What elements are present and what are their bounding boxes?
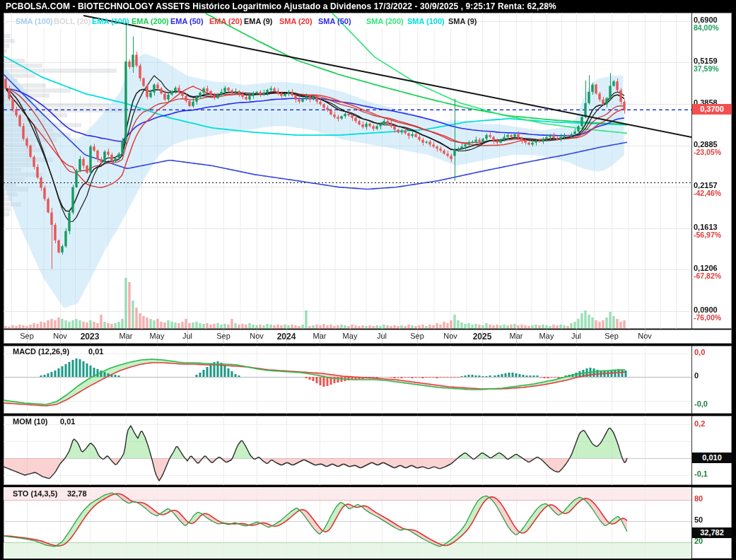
x-axis-label: Sep: [403, 332, 431, 340]
x-axis-label: Mar: [112, 332, 140, 340]
price-axis-label: 0,515937,59%: [694, 57, 719, 73]
price-change-pct: 84,00%: [694, 24, 719, 32]
x-axis-label: Nov: [243, 332, 271, 340]
legend-item-ema-200-[interactable]: EMA (200): [132, 17, 169, 25]
legend-item-sma-100-[interactable]: SMA (100): [16, 17, 53, 25]
x-axis-label: Mar: [305, 332, 334, 340]
sto-panel-value: 32,78: [67, 489, 87, 498]
price-axis-label: 0,0900-76,00%: [694, 306, 721, 322]
price-change-pct: -42,46%: [694, 189, 721, 197]
x-axis-label: Nov: [46, 332, 74, 340]
x-axis-label: 2025: [468, 332, 496, 342]
legend-item-ema-9-[interactable]: EMA (9): [244, 17, 273, 25]
legend-item-sma-100-[interactable]: SMA (100): [407, 17, 445, 25]
x-axis-label: May: [336, 332, 364, 340]
x-axis-label: Mar: [502, 332, 530, 340]
price-axis-label: 0,2157-42,46%: [694, 182, 721, 197]
x-axis-label: 2024: [272, 332, 300, 342]
macd-axis-label: 0,0: [694, 348, 705, 356]
price-change-pct: -56,97%: [694, 231, 721, 239]
legend-item-sma-20-[interactable]: SMA (20): [279, 17, 312, 25]
legend-item-sma-9-[interactable]: SMA (9): [448, 17, 477, 25]
price-value: 0,1613: [694, 223, 721, 231]
legend-item-ema-50-[interactable]: EMA (50): [170, 17, 204, 25]
page-title: PCBOLSA.COM - BIOTECHNOLOGY ASSETS Histó…: [6, 1, 556, 11]
x-axis-label: Sep: [209, 332, 238, 340]
sto-value-box: 32,782: [692, 527, 732, 538]
x-axis-label: Jul: [562, 332, 590, 340]
x-axis-label: Nov: [631, 332, 659, 340]
macd-panel-value: 0,01: [88, 347, 103, 356]
x-axis-label: 2023: [76, 332, 104, 342]
legend-item-boll-20-[interactable]: BOLL (20): [54, 17, 90, 25]
price-change-pct: -67,82%: [694, 272, 721, 280]
macd-axis-label: 0: [694, 371, 699, 380]
price-axis-label: 0,1613-56,97%: [694, 223, 721, 239]
x-axis-label: Jul: [368, 332, 396, 340]
mom-panel-value: 0,01: [60, 417, 75, 426]
price-axis-label: 0,690084,00%: [694, 16, 719, 32]
price-value: 0,2885: [694, 141, 721, 148]
legend-item-ema-100-[interactable]: EMA (100): [92, 17, 129, 25]
sto-panel-label: STO (14,3,5): [13, 489, 57, 498]
price-change-pct: -23,05%: [694, 148, 721, 156]
price-axis-label: 0,2885-23,05%: [694, 141, 721, 156]
x-axis-label: May: [143, 332, 171, 340]
x-axis-label: Sep: [597, 332, 626, 340]
last-price-box: 0,3700: [692, 104, 732, 115]
price-change-pct: 37,59%: [694, 65, 719, 73]
mom-axis-label: 0,2: [694, 419, 705, 428]
price-change-pct: -76,00%: [694, 314, 721, 322]
mom-panel-label: MOM (10): [13, 417, 48, 426]
x-axis-label: Jul: [173, 332, 201, 340]
macd-axis-label: -0,0: [694, 399, 708, 408]
x-axis-label: May: [532, 332, 561, 340]
mom-value-box: 0,010: [692, 453, 732, 463]
sto-axis-label: 50: [694, 515, 703, 524]
price-chart-canvas[interactable]: [0, 0, 736, 560]
legend-item-sma-200-[interactable]: SMA (200): [366, 17, 404, 25]
x-axis-label: Nov: [436, 332, 465, 340]
price-axis-label: 0,1206-67,82%: [694, 264, 721, 280]
pcbolsa-chart-window: PCBOLSA.COM - BIOTECHNOLOGY ASSETS Histó…: [0, 0, 736, 560]
macd-panel-label: MACD (12,26,9): [13, 347, 69, 356]
mom-axis-label: -0,1: [694, 469, 708, 478]
legend-item-sma-50-[interactable]: SMA (50): [318, 17, 351, 25]
legend-item-ema-20-[interactable]: EMA (20): [209, 17, 243, 25]
x-axis-label: Sep: [13, 332, 41, 340]
sto-axis-label: 80: [694, 494, 703, 503]
